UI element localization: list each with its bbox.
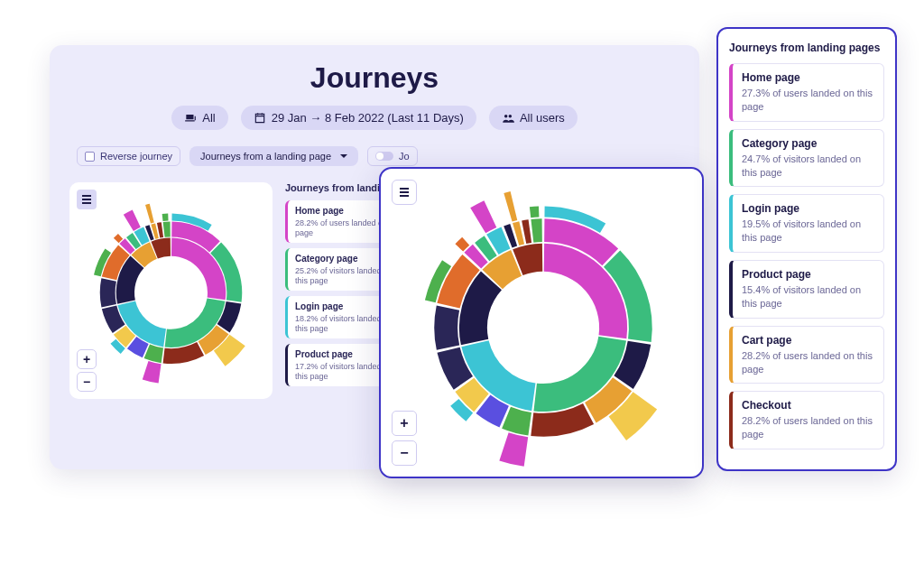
reverse-journey-label: Reverse journey <box>100 151 172 162</box>
legend-card-desc: 25.2% of visitors landed on this page <box>295 266 393 285</box>
date-filter-label: 29 Jan → 8 Feb 2022 (Last 11 Days) <box>272 111 464 125</box>
legend-card-title: Category page <box>742 137 874 150</box>
journey-mode-label: Journeys from a landing page <box>200 151 331 162</box>
sunburst-chart-large-card: + − <box>379 167 704 478</box>
legend-card-desc: 28.2% of users landed on this page <box>742 349 874 376</box>
legend-card-desc: 28.2% of users landed on this page <box>742 414 874 441</box>
device-filter-label: All <box>202 111 215 125</box>
legend-card-desc: 17.2% of visitors landed on this page <box>295 362 393 381</box>
list-icon <box>400 191 409 193</box>
legend-button[interactable] <box>77 190 97 209</box>
legend-card[interactable]: Category page24.7% of visitors landed on… <box>729 129 884 188</box>
legend-card[interactable]: Product page15.4% of visitors landed on … <box>729 260 884 319</box>
journeys-side-panel: Journeys from landing pages Home page27.… <box>716 27 897 471</box>
legend-card-desc: 19.5% of visitors landed on this page <box>742 218 874 245</box>
secondary-toggle[interactable]: Jo <box>367 146 418 166</box>
legend-card[interactable]: Cart page28.2% of users landed on this p… <box>729 326 884 384</box>
legend-card-title: Cart page <box>742 334 874 347</box>
zoom-out-button[interactable]: − <box>392 440 417 466</box>
list-icon <box>82 199 91 200</box>
devices-icon <box>184 112 197 125</box>
secondary-toggle-label: Jo <box>399 151 410 162</box>
users-filter-label: All users <box>520 111 565 125</box>
journey-mode-select[interactable]: Journeys from a landing page <box>189 146 358 166</box>
legend-card-title: Product page <box>742 268 874 281</box>
legend-button[interactable] <box>392 180 417 205</box>
legend-card[interactable]: Home page27.3% of users landed on this p… <box>729 63 884 122</box>
users-filter[interactable]: All users <box>489 106 578 130</box>
zoom-in-button[interactable]: + <box>77 349 97 369</box>
toggle-track <box>375 152 393 161</box>
chevron-down-icon <box>340 154 347 158</box>
sunburst-svg-large <box>381 169 706 480</box>
side-panel-title: Journeys from landing pages <box>729 42 884 54</box>
legend-card[interactable]: Checkout28.2% of users landed on this pa… <box>729 391 884 449</box>
zoom-out-button[interactable]: − <box>77 372 97 392</box>
sunburst-svg-small <box>69 182 273 399</box>
page-title: Journeys <box>69 61 679 95</box>
zoom-in-button[interactable]: + <box>392 411 417 436</box>
reverse-journey-checkbox[interactable]: Reverse journey <box>77 146 180 166</box>
legend-card-title: Login page <box>742 202 874 215</box>
legend-card-title: Checkout <box>742 399 874 412</box>
legend-card-desc: 27.3% of users landed on this page <box>742 87 874 114</box>
svg-point-1 <box>508 114 512 117</box>
options-row: Reverse journey Journeys from a landing … <box>77 146 679 166</box>
legend-card-title: Home page <box>742 71 874 84</box>
legend-card-desc: 18.2% of visitors landed on this page <box>295 314 393 333</box>
checkbox-icon <box>85 152 95 162</box>
sunburst-chart-small: + − <box>69 182 273 399</box>
device-filter[interactable]: All <box>171 106 227 130</box>
legend-card[interactable]: Login page19.5% of visitors landed on th… <box>729 194 884 253</box>
svg-point-0 <box>504 114 508 117</box>
filter-row: All 29 Jan → 8 Feb 2022 (Last 11 Days) A… <box>69 106 679 130</box>
zoom-controls-large: + − <box>392 411 417 466</box>
calendar-icon <box>254 112 266 125</box>
zoom-controls-small: + − <box>77 349 97 392</box>
legend-card-desc: 15.4% of visitors landed on this page <box>742 283 874 310</box>
legend-card-desc: 24.7% of visitors landed on this page <box>742 153 874 180</box>
users-icon <box>502 112 514 125</box>
date-filter[interactable]: 29 Jan → 8 Feb 2022 (Last 11 Days) <box>241 106 476 130</box>
